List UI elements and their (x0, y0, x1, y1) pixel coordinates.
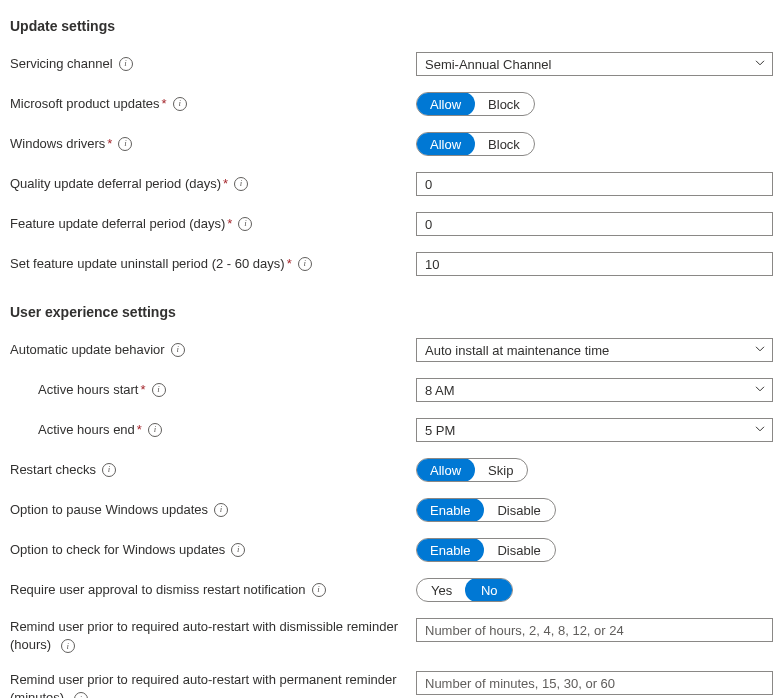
required-indicator: * (107, 135, 112, 153)
info-icon[interactable]: i (74, 692, 88, 698)
row-restart-checks: Restart checks i Allow Skip (10, 458, 773, 482)
label-active-start: Active hours start (38, 381, 138, 399)
toggle-option-block[interactable]: Block (474, 133, 534, 155)
select-servicing-channel[interactable]: Semi-Annual Channel (416, 52, 773, 76)
section-ux-settings: User experience settings (10, 304, 773, 320)
row-check-updates: Option to check for Windows updates i En… (10, 538, 773, 562)
info-icon[interactable]: i (171, 343, 185, 357)
label-windows-drivers: Windows drivers (10, 135, 105, 153)
toggle-option-enable[interactable]: Enable (416, 538, 484, 562)
input-feature-deferral[interactable] (416, 212, 773, 236)
chevron-down-icon (754, 383, 766, 395)
label-restart-checks: Restart checks (10, 461, 96, 479)
info-icon[interactable]: i (119, 57, 133, 71)
info-icon[interactable]: i (312, 583, 326, 597)
select-value: Semi-Annual Channel (425, 57, 551, 72)
row-active-end: Active hours end * i 5 PM (10, 418, 773, 442)
toggle-require-approval[interactable]: Yes No (416, 578, 513, 602)
info-icon[interactable]: i (118, 137, 132, 151)
label-require-approval: Require user approval to dismiss restart… (10, 581, 306, 599)
toggle-option-block[interactable]: Block (474, 93, 534, 115)
row-ms-product-updates: Microsoft product updates * i Allow Bloc… (10, 92, 773, 116)
required-indicator: * (287, 255, 292, 273)
chevron-down-icon (754, 343, 766, 355)
toggle-option-yes[interactable]: Yes (417, 579, 466, 601)
label-servicing-channel: Servicing channel (10, 55, 113, 73)
toggle-option-no[interactable]: No (465, 578, 513, 602)
chevron-down-icon (754, 423, 766, 435)
required-indicator: * (223, 175, 228, 193)
info-icon[interactable]: i (152, 383, 166, 397)
select-value: 5 PM (425, 423, 455, 438)
row-require-approval: Require user approval to dismiss restart… (10, 578, 773, 602)
select-value: Auto install at maintenance time (425, 343, 609, 358)
info-icon[interactable]: i (214, 503, 228, 517)
label-feature-deferral: Feature update deferral period (days) (10, 215, 225, 233)
input-remind-hours[interactable] (416, 618, 773, 642)
row-uninstall-period: Set feature update uninstall period (2 -… (10, 252, 773, 276)
select-active-end[interactable]: 5 PM (416, 418, 773, 442)
label-active-end: Active hours end (38, 421, 135, 439)
toggle-option-enable[interactable]: Enable (416, 498, 484, 522)
row-active-start: Active hours start * i 8 AM (10, 378, 773, 402)
required-indicator: * (140, 381, 145, 399)
row-servicing-channel: Servicing channel i Semi-Annual Channel (10, 52, 773, 76)
row-feature-deferral: Feature update deferral period (days) * … (10, 212, 773, 236)
info-icon[interactable]: i (61, 639, 75, 653)
row-quality-deferral: Quality update deferral period (days) * … (10, 172, 773, 196)
required-indicator: * (227, 215, 232, 233)
toggle-option-disable[interactable]: Disable (483, 539, 554, 561)
label-ms-product-updates: Microsoft product updates (10, 95, 160, 113)
row-pause-updates: Option to pause Windows updates i Enable… (10, 498, 773, 522)
label-quality-deferral: Quality update deferral period (days) (10, 175, 221, 193)
input-quality-deferral[interactable] (416, 172, 773, 196)
toggle-check-updates[interactable]: Enable Disable (416, 538, 556, 562)
row-auto-behavior: Automatic update behavior i Auto install… (10, 338, 773, 362)
toggle-option-allow[interactable]: Allow (416, 132, 475, 156)
label-remind-minutes: Remind user prior to required auto-resta… (10, 672, 397, 698)
select-value: 8 AM (425, 383, 455, 398)
toggle-pause-updates[interactable]: Enable Disable (416, 498, 556, 522)
chevron-down-icon (754, 57, 766, 69)
label-pause-updates: Option to pause Windows updates (10, 501, 208, 519)
select-auto-behavior[interactable]: Auto install at maintenance time (416, 338, 773, 362)
label-uninstall-period: Set feature update uninstall period (2 -… (10, 255, 285, 273)
info-icon[interactable]: i (173, 97, 187, 111)
section-update-settings: Update settings (10, 18, 773, 34)
info-icon[interactable]: i (238, 217, 252, 231)
required-indicator: * (137, 421, 142, 439)
input-uninstall-period[interactable] (416, 252, 773, 276)
info-icon[interactable]: i (102, 463, 116, 477)
info-icon[interactable]: i (298, 257, 312, 271)
row-remind-hours: Remind user prior to required auto-resta… (10, 618, 773, 653)
toggle-windows-drivers[interactable]: Allow Block (416, 132, 535, 156)
select-active-start[interactable]: 8 AM (416, 378, 773, 402)
toggle-restart-checks[interactable]: Allow Skip (416, 458, 528, 482)
toggle-option-allow[interactable]: Allow (416, 458, 475, 482)
label-check-updates: Option to check for Windows updates (10, 541, 225, 559)
info-icon[interactable]: i (234, 177, 248, 191)
toggle-option-disable[interactable]: Disable (483, 499, 554, 521)
toggle-option-skip[interactable]: Skip (474, 459, 527, 481)
label-auto-behavior: Automatic update behavior (10, 341, 165, 359)
row-remind-minutes: Remind user prior to required auto-resta… (10, 671, 773, 698)
info-icon[interactable]: i (148, 423, 162, 437)
row-windows-drivers: Windows drivers * i Allow Block (10, 132, 773, 156)
required-indicator: * (162, 95, 167, 113)
toggle-ms-product-updates[interactable]: Allow Block (416, 92, 535, 116)
info-icon[interactable]: i (231, 543, 245, 557)
toggle-option-allow[interactable]: Allow (416, 92, 475, 116)
input-remind-minutes[interactable] (416, 671, 773, 695)
